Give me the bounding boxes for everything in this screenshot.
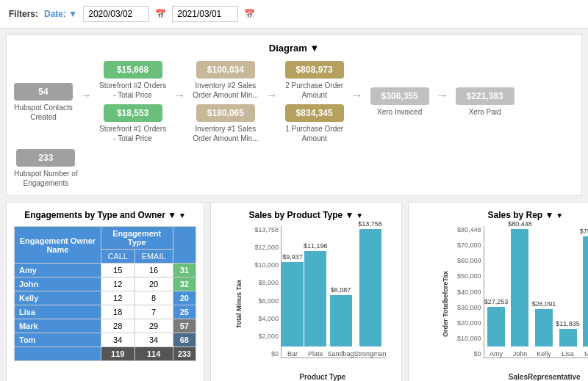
call-cell: 34 [101, 333, 135, 347]
rep-chart-wrapper: Order TotalbeforeTax $80,448$70,000$60,0… [416, 226, 588, 381]
totals-row: 119114233 [15, 347, 196, 361]
owner-name-cell: Tom [15, 333, 101, 347]
call-cell: 12 [101, 291, 135, 305]
product-y-axis: $13,758$12,000$10,000$8,000$6,000$4,000$… [252, 226, 279, 358]
node-purchase2: $808,973 2 Purchase OrderAmount [285, 61, 344, 100]
sales-rep-panel: Sales by Rep ▼ Order TotalbeforeTax $80,… [408, 202, 588, 381]
bar-group: $13,758Strongman [354, 220, 387, 358]
date-filter-label[interactable]: Date: ▼ [44, 9, 77, 19]
bar-group: $27,253Amy [484, 298, 509, 358]
bar-group: $11,196Plate [304, 242, 328, 358]
bar-group: $6,087Sandbag [328, 286, 354, 358]
col-total-header [173, 227, 196, 264]
date-from-input[interactable] [83, 6, 149, 22]
product-x-axis-label: Product Type [251, 373, 394, 381]
bar [559, 329, 577, 346]
total-cell: 57 [173, 319, 196, 333]
product-chart-area: $13,758$12,000$10,000$8,000$6,000$4,000$… [281, 226, 387, 358]
bar [511, 229, 528, 346]
y-tick: $10,000 [252, 261, 279, 269]
email-cell: 29 [135, 319, 173, 333]
y-tick: $40,000 [455, 289, 481, 296]
node-inventory1: $180,065 Inventory #1 SalesOrder Amount … [193, 104, 258, 143]
rep-y-axis: $80,448$70,000$60,000$50,000$40,000$30,0… [455, 226, 481, 358]
bar-value-label: $11,835 [556, 320, 580, 327]
bar-x-label: Strongman [354, 350, 387, 358]
y-tick: $0 [455, 350, 481, 358]
node-purchase1: $834,345 1 Purchase OrderAmount [285, 104, 344, 143]
engagements-title[interactable]: Engagements by Type and Owner ▼ [14, 210, 196, 220]
table-row: Amy151631 [15, 264, 196, 277]
total-cell: 68 [173, 333, 196, 347]
total-cell: 25 [173, 305, 196, 319]
filter-bar: Filters: Date: ▼ 📅 📅 [0, 0, 588, 29]
arrow-3: → [266, 89, 278, 115]
y-tick: $0 [252, 350, 279, 358]
total-cell: 20 [173, 291, 196, 305]
owner-name-cell: Kelly [15, 291, 101, 305]
sales-product-title[interactable]: Sales by Product Type ▼ [218, 210, 394, 220]
bar-x-label: Bar [287, 350, 298, 358]
node-hubspot-contacts: 54 Hubspot ContactsCreated [14, 83, 73, 122]
totals-email-cell: 114 [135, 347, 173, 361]
rep-chart-area: $80,448$70,000$60,000$50,000$40,000$30,0… [484, 226, 588, 358]
table-row: John122032 [15, 277, 196, 291]
bottom-panels: Engagements by Type and Owner ▼ Engageme… [6, 202, 582, 381]
call-cell: 15 [101, 264, 135, 277]
y-tick: $4,000 [252, 315, 279, 322]
diagram-title[interactable]: Diagram ▼ [14, 43, 574, 54]
product-chart-wrapper: Total Minus Tax $13,758$12,000$10,000$8,… [218, 226, 394, 381]
y-tick: $10,000 [455, 335, 481, 342]
bar-x-label: Plate [308, 350, 323, 358]
arrow-4: → [351, 89, 363, 115]
bar-x-label: Lisa [562, 350, 574, 358]
col-call-header: CALL [101, 250, 135, 264]
arrow-1: → [80, 89, 92, 115]
bar-value-label: $75,574 [580, 228, 588, 235]
call-cell: 12 [101, 277, 135, 291]
sales-rep-title[interactable]: Sales by Rep ▼ [416, 210, 588, 220]
owner-name-cell: John [15, 277, 101, 291]
owner-name-cell: Mark [15, 319, 101, 333]
table-row: Lisa18725 [15, 305, 196, 319]
y-tick: $70,000 [455, 242, 481, 249]
sales-product-panel: Sales by Product Type ▼ Total Minus Tax … [210, 202, 402, 381]
bar-group: $80,448John [508, 220, 532, 358]
email-cell: 20 [135, 277, 173, 291]
totals-total-cell: 233 [173, 347, 196, 361]
engagement-type-header: Engagement Type [101, 227, 173, 250]
y-tick: $60,000 [455, 257, 481, 264]
call-cell: 28 [101, 319, 135, 333]
arrow-2: → [173, 89, 185, 115]
bar [359, 229, 381, 346]
date-to-input[interactable] [172, 6, 238, 22]
bar [282, 262, 304, 346]
table-row: Mark282957 [15, 319, 196, 333]
bar-value-label: $13,758 [358, 220, 382, 228]
filter-label: Filters: [9, 9, 38, 19]
calendar-icon-right[interactable]: 📅 [244, 9, 255, 19]
col-email-header: EMAIL [135, 250, 173, 264]
y-tick: $8,000 [252, 279, 279, 286]
bar-group: $9,937Bar [282, 253, 304, 358]
node-xero-invoiced: $306,355 Xero Invoiced [370, 87, 429, 117]
bar-value-label: $27,253 [484, 298, 509, 305]
bar-x-label: Mark [584, 350, 588, 358]
node-inventory2: $100,034 Inventory #2 SalesOrder Amount … [193, 61, 258, 100]
col-owner-header: Engagement Owner Name [15, 227, 101, 264]
bar-value-label: $26,091 [532, 300, 556, 308]
product-y-axis-label: Total Minus Tax [235, 279, 243, 328]
call-cell: 18 [101, 305, 135, 319]
bar [330, 295, 352, 346]
bar [487, 307, 505, 346]
calendar-icon-left[interactable]: 📅 [155, 9, 166, 19]
engagements-table: Engagement Owner Name Engagement Type CA… [14, 226, 196, 361]
table-row: Kelly12820 [15, 291, 196, 305]
total-cell: 32 [173, 277, 196, 291]
email-cell: 34 [135, 333, 173, 347]
bar [304, 251, 326, 346]
engagements-panel: Engagements by Type and Owner ▼ Engageme… [6, 202, 204, 381]
table-row: Tom343468 [15, 333, 196, 347]
bar-group: $11,835Lisa [556, 320, 580, 358]
node-hubspot-engagements: 233 Hubspot Number ofEngagements [14, 149, 78, 188]
